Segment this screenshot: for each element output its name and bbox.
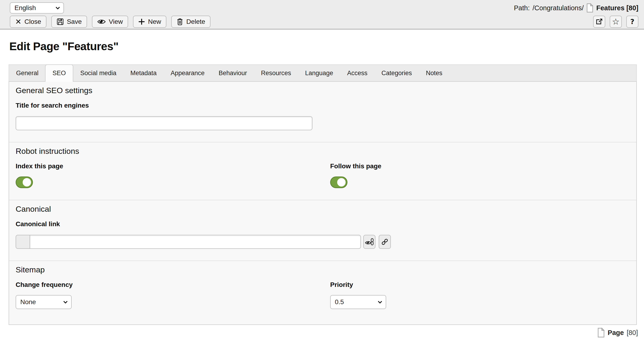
chevron-down-icon	[56, 5, 60, 9]
external-link-icon	[596, 18, 603, 25]
change-frequency-label: Change frequency	[16, 281, 330, 288]
top-bar: English Path: /Congratulations/ Features…	[0, 0, 644, 30]
canonical-link-group	[16, 235, 630, 249]
help-icon: ?	[630, 18, 634, 25]
new-button[interactable]: New	[133, 16, 166, 28]
delete-button[interactable]: Delete	[171, 16, 210, 28]
save-icon	[57, 18, 64, 25]
resource-type: Page	[608, 329, 624, 336]
priority-label: Priority	[330, 281, 630, 288]
tab-bar: General SEO Social media Metadata Appear…	[9, 65, 637, 81]
language-select-value: English	[14, 4, 36, 12]
view-button[interactable]: View	[92, 16, 128, 28]
chevron-down-icon	[378, 299, 382, 303]
breadcrumb: Path: /Congratulations/ Features [80]	[514, 3, 638, 13]
close-icon: ✕	[15, 18, 22, 26]
insert-link-button[interactable]	[379, 235, 391, 249]
page-doc-icon	[586, 3, 593, 13]
page-title: Edit Page "Features"	[9, 40, 644, 53]
breadcrumb-label: Path:	[514, 4, 530, 12]
section-robot-instructions: Robot instructions Index this page Follo…	[9, 142, 636, 200]
view-linked-page-button[interactable]	[363, 235, 376, 249]
section-heading: Sitemap	[16, 265, 630, 274]
canonical-link-input[interactable]	[30, 235, 361, 249]
section-heading: Canonical	[16, 204, 630, 213]
save-button-label: Save	[67, 18, 82, 26]
title-for-search-engines-input[interactable]	[16, 116, 312, 130]
view-button-label: View	[109, 18, 123, 26]
priority-select[interactable]: 0.5	[330, 295, 386, 309]
canonical-link-label: Canonical link	[16, 220, 630, 228]
change-frequency-select[interactable]: None	[16, 295, 72, 309]
section-canonical: Canonical Canonical link	[9, 200, 636, 260]
footer-resource-info: Page [80]	[0, 328, 638, 337]
delete-icon	[177, 18, 183, 26]
close-button[interactable]: ✕ Close	[10, 16, 46, 28]
edit-form: General SEO Social media Metadata Appear…	[9, 65, 637, 325]
priority-value: 0.5	[335, 298, 344, 306]
index-this-page-label: Index this page	[16, 162, 330, 170]
new-icon	[138, 19, 145, 25]
close-button-label: Close	[24, 18, 41, 26]
breadcrumb-path[interactable]: /Congratulations/	[532, 4, 584, 12]
new-button-label: New	[148, 18, 161, 26]
canonical-link-prefix-box	[16, 235, 30, 249]
help-button[interactable]: ?	[626, 16, 638, 28]
tab-notes[interactable]: Notes	[419, 65, 450, 81]
tab-metadata[interactable]: Metadata	[124, 65, 164, 81]
tab-categories[interactable]: Categories	[374, 65, 419, 81]
follow-this-page-label: Follow this page	[330, 162, 630, 170]
resource-id: [80]	[627, 329, 638, 336]
language-select[interactable]: English	[10, 2, 64, 14]
change-frequency-value: None	[20, 298, 36, 306]
toolbar: ✕ Close Save	[10, 16, 210, 28]
page-doc-icon	[597, 328, 605, 337]
breadcrumb-current: Features [80]	[596, 4, 638, 12]
toggle-knob	[337, 178, 346, 186]
utility-buttons: ☆ ?	[593, 16, 638, 28]
section-heading: General SEO settings	[16, 86, 630, 95]
section-heading: Robot instructions	[16, 147, 630, 155]
favorite-button[interactable]: ☆	[610, 16, 622, 28]
link-icon	[381, 238, 388, 246]
chevron-down-icon	[63, 299, 68, 303]
tab-appearance[interactable]: Appearance	[164, 65, 212, 81]
tab-social-media[interactable]: Social media	[73, 65, 124, 81]
tab-seo[interactable]: SEO	[45, 65, 73, 82]
tab-language[interactable]: Language	[298, 65, 340, 81]
section-sitemap: Sitemap Change frequency None Priority 0…	[9, 260, 636, 324]
index-this-page-toggle[interactable]	[16, 176, 33, 188]
tab-behaviour[interactable]: Behaviour	[212, 65, 254, 81]
view-icon	[97, 19, 106, 25]
save-button[interactable]: Save	[51, 16, 87, 28]
delete-button-label: Delete	[186, 18, 205, 26]
seo-tab-panel: General SEO settings Title for search en…	[9, 81, 637, 325]
toggle-knob	[23, 178, 31, 186]
star-icon: ☆	[612, 18, 620, 26]
open-in-new-window-button[interactable]	[593, 16, 605, 28]
title-for-search-engines-label: Title for search engines	[16, 102, 630, 109]
section-general-seo: General SEO settings Title for search en…	[9, 82, 636, 142]
tab-access[interactable]: Access	[340, 65, 374, 81]
tab-general[interactable]: General	[9, 65, 46, 81]
tab-resources[interactable]: Resources	[254, 65, 298, 81]
eye-link-icon	[365, 238, 374, 246]
follow-this-page-toggle[interactable]	[330, 176, 348, 188]
